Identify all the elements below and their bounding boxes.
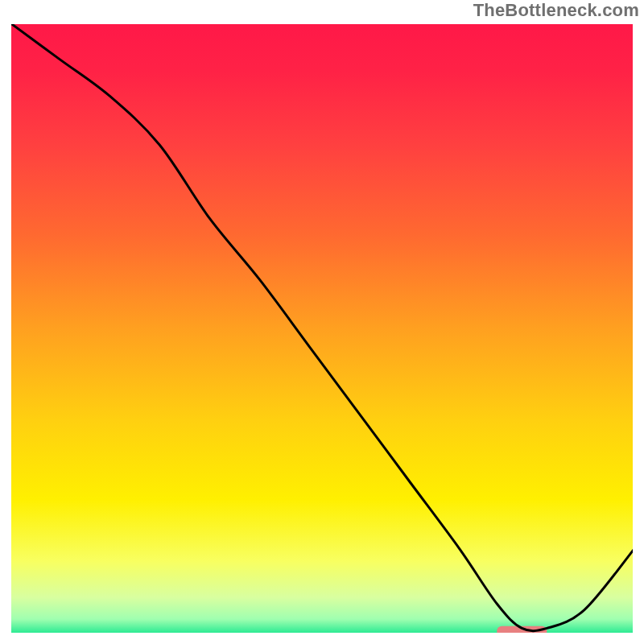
bottleneck-chart-container: TheBottleneck.com [0, 0, 644, 644]
bottleneck-chart [10, 23, 634, 634]
watermark-text: TheBottleneck.com [473, 0, 639, 21]
plot-background [10, 23, 634, 634]
